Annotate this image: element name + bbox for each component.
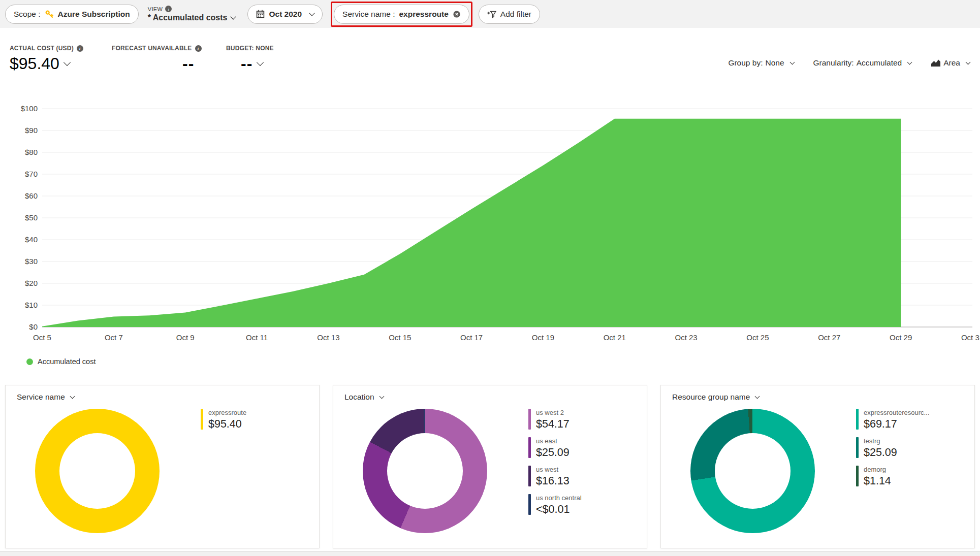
add-filter-label: Add filter	[500, 10, 531, 19]
x-tick-label: Oct 25	[746, 333, 769, 342]
scope-label: Scope :	[14, 10, 41, 19]
location-donut-chart[interactable]	[363, 409, 487, 533]
actual-cost-kpi: ACTUAL COST (USD) i $95.40	[10, 45, 83, 73]
y-tick-label: $90	[25, 126, 38, 135]
chart-legend[interactable]: Accumulated cost	[26, 357, 96, 366]
x-tick-label: Oct 21	[604, 333, 626, 342]
legend-label: expressroute	[208, 409, 246, 416]
x-tick-label: Oct 9	[176, 333, 195, 342]
legend-color-bar	[856, 437, 859, 458]
toolbar: Scope : Azure Subscription VIEW i * Accu…	[0, 0, 980, 28]
add-filter-button[interactable]: Add filter	[479, 5, 540, 24]
service-name-filter-pill[interactable]: Service name : expressroute	[334, 5, 469, 24]
granularity-label: Granularity:	[813, 58, 854, 68]
chart-type-control[interactable]: Area	[928, 58, 973, 68]
y-tick-label: $100	[21, 104, 38, 113]
x-tick-label: Oct 15	[389, 333, 411, 342]
donut-legend-item[interactable]: expressroute $95.40	[201, 409, 246, 431]
breakdown-cards: Service name expressroute $95.40 Locatio…	[5, 385, 975, 548]
scope-value: Azure Subscription	[58, 10, 130, 19]
chevron-down-icon	[70, 394, 75, 399]
legend-color-bar	[528, 466, 531, 486]
dismiss-filter-icon[interactable]	[453, 10, 461, 18]
legend-value: $25.09	[536, 446, 570, 459]
legend-value: $54.17	[536, 418, 570, 431]
chevron-down-icon	[64, 58, 71, 66]
chevron-down-icon	[257, 58, 264, 66]
group-by-control[interactable]: Group by: None	[725, 58, 797, 68]
donut-legend-item[interactable]: us west 2 $54.17	[528, 409, 582, 431]
date-range-picker[interactable]: Oct 2020	[247, 5, 323, 24]
card-title-label: Service name	[17, 393, 65, 402]
legend-label: us west 2	[536, 409, 570, 416]
chevron-down-icon	[966, 59, 971, 64]
info-icon: i	[165, 6, 172, 12]
actual-cost-value: $95.40	[10, 54, 59, 73]
x-tick-label: Oct 17	[460, 333, 483, 342]
granularity-value: Accumulated	[857, 58, 902, 68]
budget-kpi: BUDGET: NONE --	[226, 45, 274, 73]
legend-label: us north central	[536, 494, 582, 502]
service-name-card-title[interactable]: Service name	[17, 393, 74, 402]
accumulated-cost-chart-block: $0$10$20$30$40$50$60$70$80$90$100Oct 5Oc…	[0, 91, 980, 376]
donut-legend: expressrouteresourc... $69.17 testrg $25…	[856, 409, 929, 487]
service-name-donut-chart[interactable]	[35, 409, 160, 533]
chevron-down-icon	[907, 59, 912, 64]
legend-value: $16.13	[536, 475, 570, 487]
group-by-value: None	[765, 58, 784, 68]
card-title-label: Resource group name	[672, 393, 750, 402]
x-tick-label: Oct 31	[961, 333, 980, 342]
accumulated-cost-legend-label: Accumulated cost	[38, 357, 96, 366]
info-icon: i	[195, 45, 202, 52]
x-tick-label: Oct 23	[675, 333, 698, 342]
budget-label: BUDGET: NONE	[226, 45, 274, 52]
donut-legend-item[interactable]: expressrouteresourc... $69.17	[856, 409, 929, 431]
legend-label: expressrouteresourc...	[864, 409, 929, 416]
resource-group-card: Resource group name expressrouteresourc.…	[660, 385, 975, 548]
legend-color-bar	[201, 409, 203, 430]
chevron-down-icon	[379, 394, 384, 399]
area-series[interactable]	[42, 119, 901, 327]
resource-group-donut-chart[interactable]	[690, 409, 815, 533]
y-tick-label: $0	[29, 322, 38, 331]
legend-value: $25.09	[864, 446, 897, 459]
donut-legend-item[interactable]: us east $25.09	[528, 437, 582, 459]
legend-color-bar	[528, 409, 531, 430]
donut-legend-item[interactable]: testrg $25.09	[856, 437, 929, 459]
budget-value: --	[241, 54, 252, 73]
x-tick-label: Oct 11	[246, 333, 268, 342]
actual-cost-value-row[interactable]: $95.40	[10, 54, 83, 73]
forecast-kpi: FORECAST UNAVAILABLE i --	[112, 45, 202, 73]
scope-picker-button[interactable]: Scope : Azure Subscription	[5, 5, 139, 24]
x-tick-label: Oct 13	[317, 333, 339, 342]
chevron-down-icon	[231, 14, 236, 19]
forecast-value: --	[182, 54, 194, 73]
card-title-label: Location	[344, 393, 374, 402]
accumulated-cost-area-chart[interactable]: $0$10$20$30$40$50$60$70$80$90$100Oct 5Oc…	[0, 91, 980, 376]
y-tick-label: $40	[25, 235, 38, 244]
add-filter-icon	[487, 10, 496, 18]
y-tick-label: $50	[25, 213, 38, 222]
legend-color-bar	[528, 494, 531, 515]
kpi-row: ACTUAL COST (USD) i $95.40 FORECAST UNAV…	[10, 45, 973, 85]
x-tick-label: Oct 29	[890, 333, 912, 342]
group-by-label: Group by:	[728, 58, 763, 68]
donut-legend-item[interactable]: us north central <$0.01	[528, 494, 582, 516]
service-name-card: Service name expressroute $95.40	[5, 385, 320, 548]
legend-label: testrg	[864, 437, 897, 445]
resource-group-card-title[interactable]: Resource group name	[672, 393, 759, 402]
filter-label: Service name :	[342, 10, 395, 19]
view-selector[interactable]: VIEW i * Accumulated costs	[148, 6, 236, 22]
legend-color-bar	[856, 409, 859, 430]
chart-controls: Group by: None Granularity: Accumulated …	[725, 58, 973, 68]
legend-value: $95.40	[208, 418, 246, 431]
x-tick-label: Oct 7	[105, 333, 123, 342]
donut-legend-item[interactable]: demorg $1.14	[856, 466, 929, 487]
granularity-control[interactable]: Granularity: Accumulated	[810, 58, 915, 68]
y-tick-label: $10	[25, 301, 38, 309]
donut-legend-item[interactable]: us west $16.13	[528, 466, 582, 487]
x-tick-label: Oct 19	[532, 333, 554, 342]
filter-highlight-box: Service name : expressroute	[331, 2, 472, 27]
location-card-title[interactable]: Location	[344, 393, 384, 402]
budget-value-row[interactable]: --	[241, 54, 274, 73]
